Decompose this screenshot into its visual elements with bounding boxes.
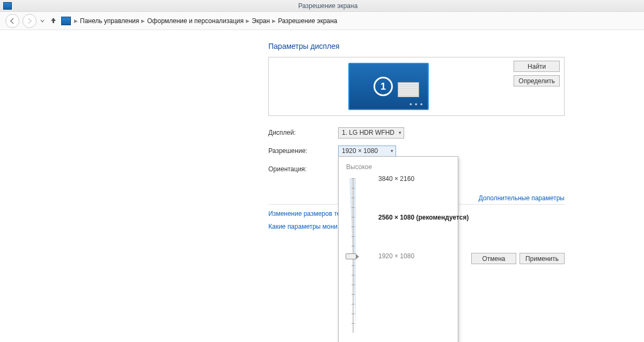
- arrow-left-icon: [9, 18, 16, 24]
- forward-button[interactable]: [23, 14, 36, 28]
- slider-thumb[interactable]: [346, 253, 356, 259]
- monitor-number-badge: 1: [374, 77, 393, 96]
- back-button[interactable]: [5, 14, 19, 28]
- detect-button[interactable]: Определить: [514, 75, 560, 86]
- find-button-label: Найти: [528, 63, 546, 70]
- apply-button-label: Применить: [525, 255, 559, 263]
- chevron-down-icon: ▾: [391, 148, 393, 154]
- resolution-option[interactable]: 1920 × 1080: [378, 252, 414, 260]
- slider-tick: [352, 198, 355, 198]
- resolution-option[interactable]: 3840 × 2160: [378, 175, 414, 183]
- content-area: Параметры дисплея 1 ● ● ● Найти Определи…: [0, 30, 644, 264]
- resolution-popup: Высокое 3840 × 21602560 × 1080 (рекоменд…: [338, 156, 458, 342]
- title-bar: Разрешение экрана: [0, 0, 644, 12]
- breadcrumb-item[interactable]: Экран: [252, 17, 270, 25]
- slider-tick: [352, 304, 355, 304]
- slider-tick: [352, 227, 355, 227]
- resolution-dropdown[interactable]: 1920 × 1080 ▾: [338, 145, 396, 157]
- resolution-value: 1920 × 1080: [342, 147, 378, 155]
- chevron-right-icon: ▶: [141, 18, 145, 24]
- arrow-right-icon: [26, 18, 33, 24]
- slider-tick: [352, 294, 355, 295]
- history-dropdown[interactable]: [40, 16, 45, 26]
- chevron-down-icon: [40, 19, 45, 23]
- chevron-down-icon: ▾: [399, 130, 401, 135]
- orientation-label: Ориентация:: [268, 165, 338, 173]
- slider-tick: [352, 314, 355, 314]
- window-title: Разрешение экрана: [12, 2, 644, 10]
- slider-tick: [352, 207, 355, 208]
- resolution-slider[interactable]: [347, 175, 357, 336]
- apply-button[interactable]: Применить: [519, 253, 565, 264]
- slider-tick: [352, 217, 355, 217]
- slider-tick: [352, 265, 355, 266]
- monitor-layout-box: 1 ● ● ● Найти Определить: [268, 57, 565, 116]
- chevron-right-icon: ▶: [74, 18, 78, 24]
- slider-tick: [352, 323, 355, 324]
- breadcrumb-item[interactable]: Панель управления: [80, 17, 139, 25]
- breadcrumb: ▶ Панель управления ▶ Оформление и персо…: [74, 17, 338, 25]
- slider-tick: [352, 246, 355, 246]
- cancel-button-label: Отмена: [482, 255, 505, 263]
- display-label: Дисплей:: [268, 129, 338, 136]
- resolution-label: Разрешение:: [268, 147, 338, 155]
- find-button[interactable]: Найти: [514, 61, 560, 72]
- chevron-right-icon: ▶: [272, 18, 276, 24]
- slider-tick: [352, 275, 355, 275]
- chevron-right-icon: ▶: [246, 18, 250, 24]
- slider-tick: [352, 188, 355, 188]
- ellipsis-icon: ● ● ●: [409, 101, 423, 107]
- detect-button-label: Определить: [518, 77, 555, 85]
- slider-tick: [352, 178, 355, 179]
- slider-tick: [352, 236, 355, 237]
- resolution-option[interactable]: 2560 × 1080 (рекомендуется): [378, 214, 469, 221]
- nav-bar: ▶ Панель управления ▶ Оформление и персо…: [0, 12, 644, 30]
- monitor-preview[interactable]: 1 ● ● ●: [348, 63, 429, 110]
- display-value: 1. LG HDR WFHD: [342, 129, 394, 136]
- cancel-button[interactable]: Отмена: [471, 253, 516, 264]
- display-dropdown[interactable]: 1. LG HDR WFHD ▾: [338, 127, 404, 139]
- control-panel-sys-icon: [3, 2, 12, 10]
- arrow-up-icon: [50, 17, 57, 24]
- advanced-settings-link[interactable]: Дополнительные параметры: [479, 194, 565, 202]
- slider-tick: [352, 285, 355, 285]
- keyboard-icon: [398, 82, 419, 97]
- breadcrumb-item[interactable]: Оформление и персонализация: [147, 17, 244, 25]
- breadcrumb-item[interactable]: Разрешение экрана: [278, 17, 338, 25]
- up-button[interactable]: [48, 17, 58, 25]
- resolution-group-label: Высокое: [346, 163, 452, 171]
- page-heading: Параметры дисплея: [268, 42, 644, 50]
- control-panel-icon: [61, 17, 71, 25]
